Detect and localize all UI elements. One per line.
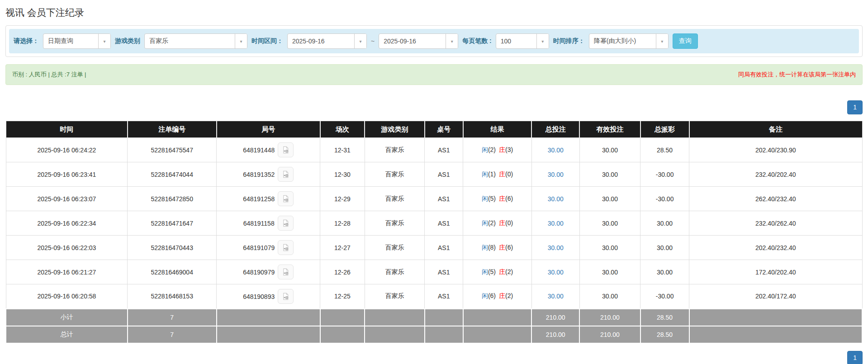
cell-bet-id: 522816471647	[128, 211, 217, 236]
sort-order-label: 时间排序：	[553, 37, 585, 45]
cell-total-bet: 30.00	[531, 187, 579, 211]
video-icon[interactable]	[278, 265, 294, 279]
cell-session: 12-31	[320, 138, 365, 162]
sort-order-select[interactable]: 降幂(由大到小) ▾	[589, 33, 669, 49]
video-icon[interactable]	[278, 167, 294, 182]
cell-round-id: 648191448	[217, 138, 320, 162]
result-banker-label: 庄	[499, 268, 505, 275]
grand-total-empty-remark	[689, 326, 862, 343]
total-bet-link[interactable]: 30.00	[548, 195, 564, 203]
filter-panel: 请选择： 日期查询 ▾ 游戏类别 百家乐 ▾ 时间区间： 2025-09-16 …	[5, 25, 863, 57]
table-row: 2025-09-16 06:20:58 522816468153 6481908…	[6, 284, 862, 309]
query-type-select[interactable]: 日期查询 ▾	[43, 33, 111, 49]
search-button[interactable]: 查询	[673, 33, 698, 49]
result-player-score: (5)	[488, 268, 496, 275]
cell-bet-id: 522816472850	[128, 187, 217, 211]
table-row: 2025-09-16 06:24:22 522816475547 6481914…	[6, 138, 862, 162]
cell-game-type: 百家乐	[365, 187, 425, 211]
cell-valid-bet: 30.00	[579, 187, 640, 211]
table-row: 2025-09-16 06:23:41 522816474044 6481913…	[6, 162, 862, 187]
total-bet-link[interactable]: 30.00	[548, 147, 564, 154]
page-size-select[interactable]: 100 ▾	[496, 33, 549, 49]
chevron-down-icon[interactable]: ▾	[446, 34, 458, 48]
cell-result: 闲(2)庄(3)	[463, 138, 531, 162]
header-table-no: 桌号	[425, 121, 463, 138]
result-banker-score: (2)	[505, 268, 513, 275]
grand-total-empty-table	[425, 326, 463, 343]
subtotal-row: 小计 7 210.00 210.00 28.50	[6, 309, 862, 326]
result-banker-score: (2)	[505, 292, 513, 299]
page-size-label: 每页笔数 :	[462, 37, 492, 45]
video-icon[interactable]	[278, 142, 294, 157]
video-icon[interactable]	[278, 289, 294, 304]
cell-table-no: AS1	[425, 162, 463, 187]
grand-total-row: 总计 7 210.00 210.00 28.50	[6, 326, 862, 343]
header-payout: 总派彩	[640, 121, 689, 138]
filter-bar: 请选择： 日期查询 ▾ 游戏类别 百家乐 ▾ 时间区间： 2025-09-16 …	[9, 29, 859, 53]
date-to-value: 2025-09-16	[379, 34, 446, 48]
video-icon[interactable]	[278, 191, 294, 206]
cell-time: 2025-09-16 06:22:03	[6, 236, 128, 260]
cell-remark: 232.40/262.40	[689, 211, 862, 236]
cell-payout: -30.00	[640, 187, 689, 211]
cell-table-no: AS1	[425, 211, 463, 236]
round-number: 648191448	[243, 147, 275, 154]
header-game-type: 游戏类别	[365, 121, 425, 138]
cell-total-bet: 30.00	[531, 284, 579, 309]
page: 视讯 会员下注纪录 请选择： 日期查询 ▾ 游戏类别 百家乐 ▾ 时间区间： 2…	[0, 0, 868, 364]
cell-session: 12-26	[320, 260, 365, 284]
header-valid-bet: 有效投注	[579, 121, 640, 138]
grand-total-payout: 28.50	[640, 326, 689, 343]
total-bet-link[interactable]: 30.00	[548, 244, 564, 251]
chevron-down-icon[interactable]: ▾	[354, 34, 366, 48]
total-bet-link[interactable]: 30.00	[548, 171, 564, 178]
total-bet-link[interactable]: 30.00	[548, 220, 564, 227]
video-icon[interactable]	[278, 216, 294, 231]
date-from-select[interactable]: 2025-09-16 ▾	[287, 33, 367, 49]
subtotal-payout: 28.50	[640, 309, 689, 326]
chevron-down-icon[interactable]: ▾	[98, 34, 110, 48]
currency-summary-bar: 币别 : 人民币 | 总共 :7 注单 | 同局有效投注，统一计算在该局第一张注…	[5, 64, 863, 85]
video-icon[interactable]	[278, 240, 294, 255]
result-player-label: 闲	[482, 268, 488, 275]
chevron-down-icon[interactable]: ▾	[536, 34, 549, 48]
header-time: 时间	[6, 121, 128, 138]
round-number: 648191258	[243, 195, 275, 203]
result-player-label: 闲	[482, 219, 488, 227]
total-bet-link[interactable]: 30.00	[548, 269, 564, 276]
table-row: 2025-09-16 06:21:27 522816469004 6481909…	[6, 260, 862, 284]
page-1-button[interactable]: 1	[847, 100, 863, 114]
header-total-bet: 总投注	[531, 121, 579, 138]
cell-result: 闲(2)庄(0)	[463, 211, 531, 236]
grand-total-empty-result	[463, 326, 531, 343]
cell-time: 2025-09-16 06:23:41	[6, 162, 128, 187]
valid-bet-notice: 同局有效投注，统一计算在该局第一张注单内	[738, 71, 856, 79]
game-type-value: 百家乐	[145, 34, 235, 48]
date-to-select[interactable]: 2025-09-16 ▾	[379, 33, 458, 49]
pagination-top: 1	[5, 100, 863, 114]
result-player-score: (5)	[488, 195, 496, 202]
chevron-down-icon[interactable]: ▾	[235, 34, 247, 48]
result-player-label: 闲	[482, 292, 488, 299]
table-row: 2025-09-16 06:23:07 522816472850 6481912…	[6, 187, 862, 211]
result-player-score: (1)	[488, 170, 496, 178]
result-banker-label: 庄	[499, 219, 505, 227]
cell-game-type: 百家乐	[365, 138, 425, 162]
cell-session: 12-25	[320, 284, 365, 309]
date-from-value: 2025-09-16	[288, 34, 354, 48]
page-1-button[interactable]: 1	[847, 351, 863, 364]
chevron-down-icon[interactable]: ▾	[656, 34, 668, 48]
cell-game-type: 百家乐	[365, 260, 425, 284]
result-player-score: (2)	[488, 146, 496, 153]
cell-valid-bet: 30.00	[579, 260, 640, 284]
total-bet-link[interactable]: 30.00	[548, 293, 564, 300]
game-type-select[interactable]: 百家乐 ▾	[144, 33, 247, 49]
result-player-score: (8)	[488, 244, 496, 251]
cell-remark: 202.40/232.40	[689, 236, 862, 260]
cell-total-bet: 30.00	[531, 138, 579, 162]
subtotal-empty-result	[463, 309, 531, 326]
grand-total-label: 总计	[6, 326, 128, 343]
cell-bet-id: 522816474044	[128, 162, 217, 187]
cell-result: 闲(5)庄(6)	[463, 187, 531, 211]
cell-table-no: AS1	[425, 187, 463, 211]
